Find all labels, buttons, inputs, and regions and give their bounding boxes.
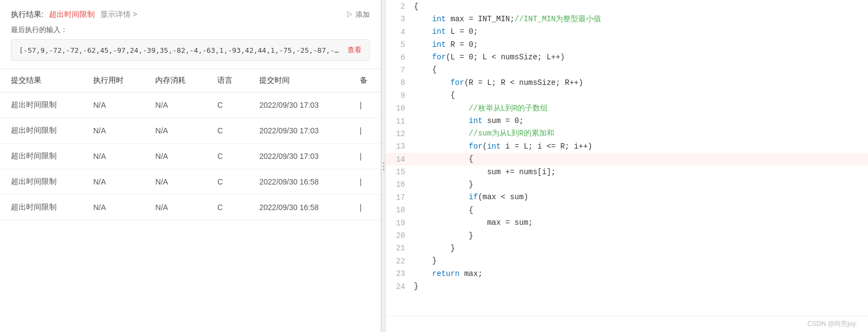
line-code: int max = INT_MIN;//INT_MIN为整型最小值 bbox=[412, 13, 868, 25]
execution-label: 执行结果: bbox=[11, 10, 44, 20]
input-value: [-57,9,-72,-72,-62,45,-97,24,-39,35,-82,… bbox=[19, 46, 342, 54]
line-number: 14 bbox=[386, 153, 412, 165]
line-code: { bbox=[412, 64, 868, 76]
td-lang: C bbox=[206, 144, 248, 169]
code-line-row: 10 //枚举从L到R的子数组 bbox=[386, 102, 868, 114]
td-memory: N/A bbox=[144, 118, 206, 144]
table-row[interactable]: 超出时间限制 N/A N/A C 2022/09/30 17:03 | bbox=[0, 93, 381, 118]
line-number: 2 bbox=[386, 0, 412, 13]
line-number: 5 bbox=[386, 38, 412, 51]
code-line-row: 22 } bbox=[386, 255, 868, 267]
td-lang: C bbox=[206, 195, 248, 220]
code-line-row: 13 for(int i = L; i <= R; i++) bbox=[386, 140, 868, 152]
code-line-row: 9 { bbox=[386, 89, 868, 102]
line-code: int sum = 0; bbox=[412, 115, 868, 127]
code-area[interactable]: 2{3 int max = INT_MIN;//INT_MIN为整型最小值4 i… bbox=[386, 0, 868, 316]
line-code: { bbox=[412, 89, 868, 102]
code-line-row: 4 int L = 0; bbox=[386, 26, 868, 38]
td-memory: N/A bbox=[144, 144, 206, 169]
table-row[interactable]: 超出时间限制 N/A N/A C 2022/09/30 17:03 | bbox=[0, 144, 381, 169]
line-code: } bbox=[412, 242, 868, 254]
line-number: 4 bbox=[386, 26, 412, 38]
panel-divider[interactable] bbox=[381, 0, 386, 332]
line-code: if(max < sum) bbox=[412, 191, 868, 204]
divider-dots bbox=[383, 162, 384, 170]
code-line-row: 7 { bbox=[386, 64, 868, 76]
table-row[interactable]: 超出时间限制 N/A N/A C 2022/09/30 16:58 | bbox=[0, 169, 381, 195]
line-number: 6 bbox=[386, 51, 412, 64]
input-display-box: [-57,9,-72,-72,-62,45,-97,24,-39,35,-82,… bbox=[11, 39, 370, 61]
td-submit-time: 2022/09/30 17:03 bbox=[248, 93, 349, 118]
divider-dot-2 bbox=[383, 165, 384, 167]
table-header-row: 提交结果 执行用时 内存消耗 语言 提交时间 备 bbox=[0, 69, 381, 93]
line-number: 19 bbox=[386, 217, 412, 229]
line-number: 8 bbox=[386, 76, 412, 89]
col-header-misc: 备 bbox=[349, 69, 381, 93]
td-time: N/A bbox=[82, 93, 144, 118]
submissions-section: 提交结果 执行用时 内存消耗 语言 提交时间 备 超出时间限制 N/A N/A … bbox=[0, 69, 381, 332]
code-footer: CSDN @阿亮joy. bbox=[386, 316, 868, 332]
line-code: //枚举从L到R的子数组 bbox=[412, 102, 868, 114]
code-line-row: 23 return max; bbox=[386, 267, 868, 280]
td-pipe: | bbox=[349, 195, 381, 220]
execution-result-section: 执行结果: 超出时间限制 显示详情 > ▷ 添加 最后执行的输入： [-57,9… bbox=[0, 0, 381, 69]
table-row[interactable]: 超出时间限制 N/A N/A C 2022/09/30 16:58 | bbox=[0, 195, 381, 220]
code-line-row: 15 sum += nums[i]; bbox=[386, 165, 868, 178]
line-number: 16 bbox=[386, 178, 412, 190]
td-status: 超出时间限制 bbox=[0, 169, 82, 195]
td-lang: C bbox=[206, 169, 248, 195]
code-line-row: 3 int max = INT_MIN;//INT_MIN为整型最小值 bbox=[386, 13, 868, 25]
line-number: 10 bbox=[386, 102, 412, 114]
code-line-row: 21 } bbox=[386, 242, 868, 254]
code-line-row: 16 } bbox=[386, 178, 868, 190]
line-number: 11 bbox=[386, 115, 412, 127]
code-line-row: 24} bbox=[386, 280, 868, 293]
divider-dot-1 bbox=[383, 162, 384, 164]
line-code: { bbox=[412, 0, 868, 13]
divider-dot-3 bbox=[383, 169, 384, 170]
code-line-row: 11 int sum = 0; bbox=[386, 115, 868, 127]
col-header-memory: 内存消耗 bbox=[144, 69, 206, 93]
td-pipe: | bbox=[349, 93, 381, 118]
td-time: N/A bbox=[82, 118, 144, 144]
show-details-link[interactable]: 显示详情 > bbox=[100, 10, 137, 20]
last-input-label: 最后执行的输入： bbox=[11, 25, 370, 35]
code-line-row: 12 //sum为从L到R的累加和 bbox=[386, 127, 868, 140]
view-link[interactable]: 查看 bbox=[347, 45, 362, 55]
line-number: 15 bbox=[386, 165, 412, 178]
code-line-row: 19 max = sum; bbox=[386, 217, 868, 229]
line-code: sum += nums[i]; bbox=[412, 165, 868, 178]
table-row[interactable]: 超出时间限制 N/A N/A C 2022/09/30 17:03 | bbox=[0, 118, 381, 144]
line-code: for(R = L; R < numsSize; R++) bbox=[412, 76, 868, 89]
td-submit-time: 2022/09/30 16:58 bbox=[248, 195, 349, 220]
line-number: 12 bbox=[386, 127, 412, 140]
td-status: 超出时间限制 bbox=[0, 93, 82, 118]
line-number: 18 bbox=[386, 204, 412, 216]
code-line-row: 20 } bbox=[386, 229, 868, 242]
line-number: 17 bbox=[386, 191, 412, 204]
line-code: for(L = 0; L < numsSize; L++) bbox=[412, 51, 868, 64]
td-memory: N/A bbox=[144, 195, 206, 220]
code-line-row: 17 if(max < sum) bbox=[386, 191, 868, 204]
td-pipe: | bbox=[349, 144, 381, 169]
code-line-row: 14 { bbox=[386, 153, 868, 165]
td-status: 超出时间限制 bbox=[0, 195, 82, 220]
submissions-table: 提交结果 执行用时 内存消耗 语言 提交时间 备 超出时间限制 N/A N/A … bbox=[0, 69, 381, 220]
line-number: 21 bbox=[386, 242, 412, 254]
line-number: 7 bbox=[386, 64, 412, 76]
add-button[interactable]: ▷ 添加 bbox=[346, 10, 370, 20]
line-code: return max; bbox=[412, 267, 868, 280]
line-code: int R = 0; bbox=[412, 38, 868, 51]
td-pipe: | bbox=[349, 118, 381, 144]
line-number: 22 bbox=[386, 255, 412, 267]
td-time: N/A bbox=[82, 144, 144, 169]
code-line-row: 2{ bbox=[386, 0, 868, 13]
line-code: } bbox=[412, 178, 868, 190]
td-submit-time: 2022/09/30 16:58 bbox=[248, 169, 349, 195]
td-time: N/A bbox=[82, 169, 144, 195]
code-line-row: 18 { bbox=[386, 204, 868, 216]
line-number: 23 bbox=[386, 267, 412, 280]
line-number: 3 bbox=[386, 13, 412, 25]
line-code: int L = 0; bbox=[412, 26, 868, 38]
line-code: { bbox=[412, 153, 868, 165]
